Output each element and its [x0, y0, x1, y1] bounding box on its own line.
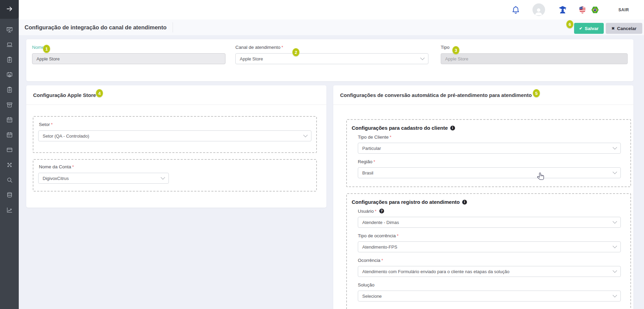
sidebar-item-clipboard-list[interactable] [0, 52, 19, 67]
info-icon[interactable]: i [462, 200, 467, 205]
chevron-down-icon [613, 293, 617, 297]
tipo-ocorrencia-select[interactable]: Atendimento-FPS [358, 241, 621, 252]
close-icon: ✖ [612, 27, 615, 30]
registro-atendimento-group: Configurações para registro do atendimen… [346, 193, 631, 309]
tipo-ocorrencia-label: Tipo de ocorrência * [358, 233, 621, 239]
sidebar-item-calendar-month[interactable] [0, 112, 19, 127]
required-asterisk: * [390, 135, 391, 140]
user-avatar[interactable] [532, 3, 545, 16]
check-icon: ✔ [579, 27, 582, 30]
calendar-month-alt-icon [6, 131, 13, 138]
cancel-button-label: Cancelar [617, 26, 636, 31]
canal-select[interactable]: Apple Store [235, 53, 428, 64]
sidebar-item-chart-growth[interactable] [0, 202, 19, 217]
sidebar-item-clipboard-tasks[interactable] [0, 82, 19, 97]
sidebar [0, 0, 19, 309]
solucao-field: Solução Selecione [358, 282, 621, 301]
save-button[interactable]: ✔ Salvar [574, 23, 604, 34]
sidebar-item-browser-window[interactable] [0, 142, 19, 157]
nome-field: Nome * Apple Store [32, 44, 225, 64]
chevron-down-icon [613, 219, 617, 224]
cadastro-heading: Configurações para cadastro do cliente i [352, 125, 626, 131]
apple-store-card-title: Configuração Apple Store [33, 92, 96, 98]
cancel-button[interactable]: ✖ Cancelar [606, 23, 642, 34]
help-icon[interactable]: ? [379, 209, 384, 213]
clipboard-tasks-icon [6, 86, 13, 93]
chevron-down-icon [420, 56, 425, 60]
tipo-input: Apple Store [441, 53, 628, 64]
annotation-badge-5: 5 [533, 89, 540, 97]
solucao-label: Solução [358, 282, 621, 288]
annotation-badge-2: 2 [292, 48, 299, 56]
chevron-down-icon [303, 133, 308, 137]
presentation-board-icon [6, 26, 13, 33]
canal-label: Canal de atendimento * [235, 44, 428, 50]
search-icon [6, 177, 13, 183]
app-window: SAIR Configuração de integração do canal… [0, 0, 644, 309]
tipo-field: Tipo Apple Store [441, 44, 628, 64]
conversion-card-title: Configurações de conversão automática de… [340, 92, 532, 98]
setor-label: Setor * [39, 121, 311, 127]
flag-brazil-icon[interactable] [591, 6, 599, 14]
tipo-cliente-label: Tipo de Cliente * [358, 134, 621, 140]
usuario-select[interactable]: Atendente - Dimas [358, 217, 621, 228]
calendar-clock-icon [6, 71, 13, 78]
chevron-down-icon [613, 145, 617, 150]
sidebar-item-database-stack[interactable] [0, 187, 19, 202]
archive-box-icon [6, 101, 13, 108]
required-asterisk: * [72, 164, 74, 169]
setor-group: Setor * Setor (QA - Controlado) [33, 116, 317, 153]
tipo-cliente-field: Tipo de Cliente * Particular [358, 134, 621, 154]
sidebar-item-network-nodes[interactable] [0, 157, 19, 172]
conta-select[interactable]: DigivoxCitrus [38, 173, 169, 184]
nome-label: Nome * [32, 44, 225, 50]
sidebar-item-laptop[interactable] [0, 37, 19, 52]
required-asterisk: * [381, 258, 383, 263]
top-header: SAIR [19, 0, 644, 19]
page-title: Configuração de integração do canal de a… [25, 24, 166, 31]
chevron-down-icon [613, 170, 617, 174]
sidebar-item-search[interactable] [0, 172, 19, 187]
conta-group: Nome da Conta * DigivoxCitrus [33, 159, 317, 192]
setor-select[interactable]: Setor (QA - Controlado) [38, 130, 311, 141]
required-asterisk: * [281, 45, 283, 50]
conta-label: Nome da Conta * [39, 164, 311, 170]
tipo-cliente-select[interactable]: Particular [358, 143, 621, 154]
chevron-down-icon [161, 175, 165, 180]
required-asterisk: * [51, 122, 53, 127]
registro-heading: Configurações para registro do atendimen… [352, 199, 626, 205]
info-icon[interactable]: i [450, 126, 455, 130]
required-asterisk: * [397, 233, 398, 238]
laptop-icon [6, 41, 13, 48]
regiao-label: Região * [358, 158, 621, 165]
sidebar-item-calendar-clock[interactable] [0, 67, 19, 82]
logout-button[interactable]: SAIR [618, 8, 629, 12]
sidebar-item-presentation-board[interactable] [0, 22, 19, 37]
conversion-config-card: Configurações de conversão automática de… [333, 85, 633, 309]
title-bar: Configuração de integração do canal de a… [19, 19, 644, 35]
canal-field: Canal de atendimento * Apple Store [235, 44, 428, 64]
solucao-select[interactable]: Selecione [358, 291, 621, 301]
ocorrencia-select[interactable]: Atendimento com Formulário enviado para … [358, 266, 621, 277]
tipo-ocorrencia-field: Tipo de ocorrência * Atendimento-FPS [358, 233, 621, 252]
annotation-badge-4: 4 [96, 89, 103, 97]
usuario-field: Usuário * ? Atendente - Dimas [358, 208, 621, 228]
chart-growth-icon [6, 207, 13, 213]
nome-input: Apple Store [32, 53, 225, 64]
annotation-badge-6: 6 [566, 20, 573, 28]
apple-store-config-card: Configuração Apple Store Setor * Setor (… [26, 85, 326, 208]
calendar-month-icon [6, 116, 13, 123]
graduate-user-icon[interactable] [558, 5, 567, 14]
required-asterisk: * [374, 159, 375, 164]
sidebar-item-archive-box[interactable] [0, 97, 19, 112]
usuario-label: Usuário * ? [358, 208, 621, 214]
toggle-sidebar-button[interactable] [0, 0, 19, 19]
flag-us-icon[interactable] [578, 6, 587, 14]
sidebar-item-calendar-month-alt[interactable] [0, 127, 19, 142]
browser-window-icon [6, 146, 13, 153]
annotation-badge-3: 3 [452, 46, 459, 54]
notifications-bell-icon[interactable] [511, 5, 520, 14]
ocorrencia-label: Ocorrência * [358, 257, 621, 263]
annotation-badge-1: 1 [43, 45, 50, 53]
regiao-select[interactable]: Brasil [358, 167, 621, 178]
